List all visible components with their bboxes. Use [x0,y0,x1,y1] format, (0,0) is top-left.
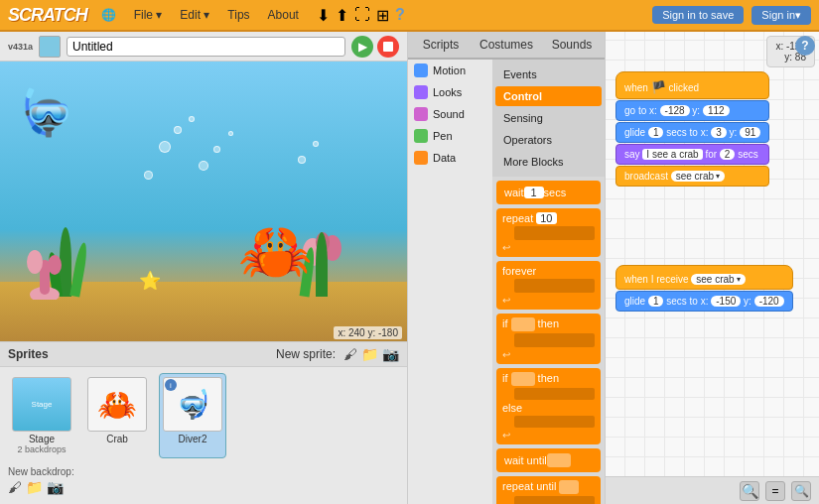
left-panel: v431a ▶ [0,32,407,504]
script-when-clicked[interactable]: when 🏴 clicked go to x: -128 y: 112 glid… [615,71,769,187]
cat-sensing[interactable]: Sensing [495,108,602,128]
bubble [144,171,153,180]
stop-button[interactable] [377,36,399,58]
glide-secs[interactable]: 1 [648,127,664,138]
scripting-area[interactable]: x: -123 y: 88 when 🏴 clicked go to x: -1… [606,32,819,476]
tab-costumes[interactable]: Costumes [474,32,539,58]
cat-looks[interactable]: Looks [408,81,492,103]
wait-input[interactable]: 1 [524,187,544,198]
help-icon[interactable]: ? [395,6,405,24]
block-ifelse-label[interactable]: if then [502,372,595,386]
paint-sprite-button[interactable]: 🖌 [343,346,357,362]
info-badge: i [165,379,177,391]
block-if-label[interactable]: if then [502,317,595,331]
sb-when-receive[interactable]: when I receive see crab [615,265,793,290]
project-title-input[interactable] [67,37,345,57]
file-menu-button[interactable]: File ▾ [130,6,167,24]
edit-menu-button[interactable]: Edit ▾ [176,6,213,24]
cat-sound[interactable]: Sound [408,103,492,125]
diver-sprite[interactable]: 🤿 [20,86,75,139]
crab-sprite-name: Crab [106,434,128,444]
crab-sprite[interactable]: 🦀 [238,216,313,287]
upload-icon[interactable]: ⬆ [336,6,348,25]
zoom-in-button[interactable]: 🔍 [740,481,759,501]
tab-scripts[interactable]: Scripts [408,32,474,58]
receive-dropdown[interactable]: see crab [691,274,745,285]
sign-in-button[interactable]: Sign in▾ [751,6,811,25]
motion-label: Motion [433,64,466,76]
about-button[interactable]: About [264,6,303,24]
upload-backdrop-icon[interactable]: 📁 [26,479,43,495]
block-forever-label[interactable]: forever [502,265,595,277]
broadcast-dropdown[interactable]: see crab [671,171,725,182]
cat-more-blocks[interactable]: More Blocks [495,152,602,172]
green-flag-button[interactable]: ▶ [351,36,373,58]
cat-data[interactable]: Data [408,147,492,169]
block-repeat-label[interactable]: repeat 10 [502,212,595,224]
block-repeat-mouth [514,226,595,240]
tips-button[interactable]: Tips [223,6,253,24]
glide-x[interactable]: 3 [711,127,727,138]
sb-when-clicked[interactable]: when 🏴 clicked [615,71,769,99]
zoom-out-button[interactable]: 🔍 [791,481,811,501]
camera-backdrop-icon[interactable]: 📷 [47,479,64,495]
sprites-header: Sprites New sprite: 🖌 📁 📷 [0,342,407,367]
cat-events[interactable]: Events [495,64,602,84]
tab-sounds[interactable]: Sounds [539,32,605,58]
sb-say[interactable]: say I see a crab for 2 secs [615,144,769,165]
paint-backdrop-icon[interactable]: 🖌 [8,479,22,495]
sprite-item-stage[interactable]: Stage Stage 2 backdrops [8,373,75,458]
right-panel: x: -123 y: 88 when 🏴 clicked go to x: -1… [606,32,819,504]
goto-y-input[interactable]: 112 [703,105,730,116]
globe-button[interactable]: 🌐 [97,6,120,24]
cat-pen[interactable]: Pen [408,125,492,147]
cat-operators[interactable]: Operators [495,130,602,150]
glide2-y[interactable]: -120 [754,296,784,307]
block-wait-until[interactable]: wait until [496,448,601,472]
motion-dot [414,63,428,77]
sb-goto-xy[interactable]: go to x: -128 y: 112 [615,100,769,121]
zoom-reset-button[interactable]: = [765,481,785,501]
say-duration[interactable]: 2 [720,149,736,160]
stage-thumbnail [39,36,61,58]
sb-glide2[interactable]: glide 1 secs to x: -150 y: -120 [615,291,793,312]
svg-point-2 [27,250,43,274]
block-forever-mouth [514,279,595,293]
block-ifelse-wrap: if then else ↩ [496,368,601,444]
download-icon[interactable]: ⬇ [317,6,330,25]
glide-y[interactable]: 91 [740,127,760,138]
sb-glide[interactable]: glide 1 secs to x: 3 y: 91 [615,122,769,143]
cat-control[interactable]: Control [495,86,602,106]
cat-motion[interactable]: Motion [408,60,492,81]
sign-in-save-button[interactable]: Sign in to save [652,6,744,24]
new-backdrop-area: New backdrop: 🖌 📁 📷 [0,464,407,497]
block-repeat-until-label[interactable]: repeat until [502,480,595,494]
block-forever-arrow: ↩ [502,295,595,306]
block-ifelse-then-mouth [514,388,595,400]
camera-sprite-button[interactable]: 📷 [382,346,399,362]
sb-broadcast[interactable]: broadcast see crab [615,166,769,187]
tabs-bar: Scripts Costumes Sounds [408,32,605,60]
sprite-item-crab[interactable]: 🦀 Crab [83,373,151,458]
diver2-sprite-name: Diver2 [179,434,207,444]
block-wait[interactable]: wait 1 secs [496,181,601,204]
glide2-x[interactable]: -150 [711,296,741,307]
block-else-label: else [502,402,595,414]
middle-panel: Scripts Costumes Sounds Motion Looks Sou… [407,32,606,504]
script-when-receive[interactable]: when I receive see crab glide 1 secs to … [615,265,793,312]
help-button[interactable]: ? [795,36,815,56]
looks-dot [414,85,428,99]
expand-icon[interactable]: ⊞ [376,6,389,25]
repeat-input[interactable]: 10 [536,212,556,224]
upload-sprite-button[interactable]: 📁 [361,346,378,362]
stage-canvas: ⭐ 🤿 🦀 x: 240 y: -180 [0,62,407,341]
sprite-item-diver2[interactable]: i 🤿 Diver2 [159,373,226,458]
block-ifelse-arrow: ↩ [502,430,595,441]
goto-x-input[interactable]: -128 [660,105,690,116]
fullscreen-icon[interactable]: ⛶ [354,6,370,24]
block-repeat-until-mouth [514,496,595,504]
block-if-wrap: if then ↩ [496,314,601,364]
glide2-secs[interactable]: 1 [648,296,664,307]
blocks-list: wait 1 secs repeat 10 ↩ forever ↩ [492,177,605,504]
say-text[interactable]: I see a crab [642,149,702,160]
